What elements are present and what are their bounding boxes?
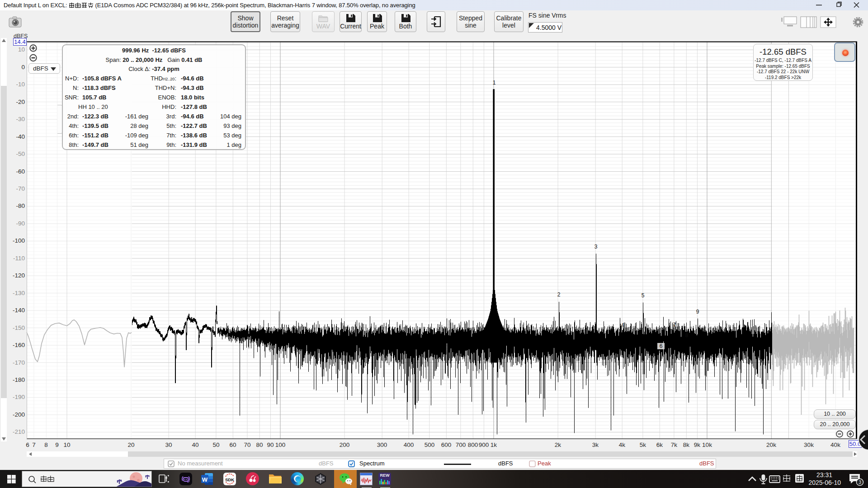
svg-text:SDK: SDK	[225, 477, 234, 482]
svg-text:3: 3	[859, 479, 861, 485]
svg-text:W: W	[202, 476, 208, 483]
